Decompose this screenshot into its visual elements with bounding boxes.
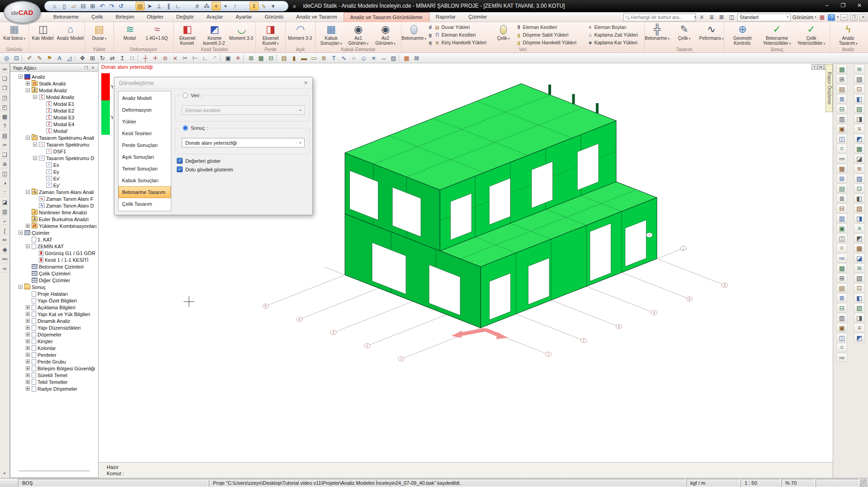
quick-access-icon[interactable]: ✛ [212,2,221,10]
right-toolbar-icon[interactable]: ▤ [836,84,847,94]
ribbon-tab[interactable]: Araçlar [200,12,229,22]
ribbon-button[interactable]: ⊕ Geometri Kontrolü [726,23,760,47]
tree-expander-icon[interactable]: - [33,156,37,160]
left-tool-icon[interactable]: ABC [1,255,9,263]
ribbon-button[interactable]: ◡ Moment 3-3 [228,23,255,47]
quick-access-icon[interactable]: ⊥ [155,2,164,10]
quick-access-icon[interactable]: ⁂ [202,2,211,10]
tree-expander-icon[interactable]: - [26,88,30,92]
dialog-list-item[interactable]: Çelik Tasarım [118,198,171,210]
tree-expander-icon[interactable]: + [26,81,30,85]
toolbar-icon[interactable]: ≣ [319,54,329,62]
left-tool-icon[interactable]: ❏ [1,75,9,83]
toolbar-icon[interactable]: ⊢ [190,54,200,62]
tree-item[interactable]: ζ Modal' [10,128,98,134]
ribbon-tab[interactable]: Çizimler [462,12,494,22]
toolbar-icon[interactable]: ⇄ [108,54,117,62]
right-toolbar-icon[interactable]: ≡ [854,323,865,332]
status-unit[interactable]: kgf / m [686,479,740,487]
left-tool-icon[interactable]: ❑ [1,151,9,159]
tree-expander-icon[interactable]: - [26,244,30,248]
quick-access-icon[interactable]: ▱ [69,2,78,10]
right-toolbar-icon[interactable]: ⊡ [854,283,865,293]
left-tool-icon[interactable]: ▦ [1,113,9,121]
tree-expander-icon[interactable]: + [26,387,30,391]
quick-access-icon[interactable] [240,2,249,10]
toolbar-icon[interactable]: ⊟ [266,54,276,62]
ribbon-button[interactable]: ▤ Duvar▾ [86,23,113,47]
grid-settings-icon[interactable]: ▦ [818,14,826,21]
left-tool-icon[interactable]: ? [1,122,9,130]
toolbar-icon[interactable]: ▤ [279,54,289,62]
tree-item[interactable]: - 2 Modal Analiz [10,87,98,94]
chevron-down-icon[interactable]: ▾ [296,141,301,145]
quick-access-icon[interactable]: ⌂ [50,2,59,10]
ribbon-button[interactable]: ◉ As2 Görünen▾ [372,23,399,47]
toolbar-icon[interactable]: A [55,54,64,62]
tree-item[interactable]: Yapı Özet Bilgileri [10,297,98,304]
dialog-list-item[interactable]: Kabuk Sonuçları [118,175,171,186]
toolbar-icon[interactable] [243,55,246,61]
left-tool-icon[interactable]: ◫ [1,170,9,178]
tree-expander-icon[interactable]: - [33,142,37,147]
tree-item[interactable]: Diğer Çizimler [10,277,98,284]
left-tool-icon[interactable]: ◳ [1,94,9,102]
tree-expander-icon[interactable]: + [26,346,30,350]
panel-close-icon[interactable]: ✕ [90,66,96,70]
ribbon-tab[interactable]: Betonarme [47,12,85,22]
ribbon-button-celik-veri[interactable]: Çelik▾ [491,23,516,47]
right-toolbar-icon[interactable]: ⊟ [836,303,847,312]
ribbon-button[interactable]: ✎ Çelik▾ [671,23,698,47]
tree-item[interactable]: + Döşemeler [10,331,98,338]
right-toolbar-icon[interactable]: ▥ [836,213,847,223]
quick-access-icon[interactable]: ⊞ [88,2,97,10]
tree-item[interactable]: - ∩ Tasarım Spektrumu D [10,155,98,161]
toolbar-icon[interactable]: ✳ [233,54,243,62]
search-input[interactable] [631,14,693,20]
right-toolbar-icon[interactable]: ▧ [854,74,865,84]
toolbar-icon[interactable] [220,55,223,61]
tree-item[interactable]: Proje Hataları [10,290,98,297]
right-toolbar-icon[interactable]: ⊟ [836,203,847,213]
toolbar-icon[interactable]: ✂ [180,54,190,62]
right-toolbar-icon[interactable]: ⊞ [836,174,847,183]
right-toolbar-icon[interactable]: ◫ [836,333,847,342]
status-zoom[interactable]: % 70 [781,479,815,487]
tree-item[interactable]: + Birleşim Bölgesi Güvenliği [10,365,98,372]
dialog-checkbox[interactable]: ✓ Dolu gövdeli gösterim [177,166,308,172]
toolbar-icon[interactable]: ✛ [151,54,160,62]
ribbon-small-button[interactable]: g Döşeme Hareketli Yükleri [516,39,588,46]
right-toolbar-icon[interactable]: ≋ [854,64,865,74]
ribbon-tab[interactable]: Çelik [85,12,109,22]
ribbon-button[interactable]: ϟ Analiz Tasarım▾ [835,23,862,47]
toolbar-icon[interactable] [399,55,401,61]
quick-access-icon[interactable]: ∟ [174,2,183,10]
ribbon-small-button[interactable]: q ≣ Kiriş Hareketli Yükleri [428,39,491,46]
quick-access-icon[interactable] [183,2,192,10]
right-toolbar-icon[interactable]: ≔ [836,154,847,163]
toolbar-icon[interactable]: ▦ [256,54,266,62]
ribbon-tab[interactable]: Analiz ve Tasarım Görüntüleme [344,12,429,22]
command-search[interactable]: ▾ [623,14,696,21]
ribbon-button-betonarme-veri[interactable]: Betonarme▾ [401,23,428,47]
left-tool-icon[interactable]: ◉ [1,246,9,254]
dialog-list-item[interactable]: Betonarme Tasarım [118,186,171,198]
toolbar-icon[interactable]: T [329,54,339,62]
tree-expander-icon[interactable]: + [26,312,30,316]
panel-pin-icon[interactable]: ❐ [83,66,89,70]
tree-item[interactable]: ↗ Nonlineer İtme Analizi [10,209,98,216]
tree-item[interactable]: Çelik Çizimleri [10,270,98,277]
left-tool-icon[interactable]: ∵ [1,189,9,197]
tree-expander-icon[interactable]: + [26,339,30,343]
viewport-control-button[interactable]: N [818,64,824,70]
window-minimize-button[interactable]: – [821,1,833,9]
right-toolbar-icon[interactable]: ◩ [854,333,865,342]
right-toolbar-icon[interactable]: ▣ [836,124,847,133]
ribbon-button[interactable]: ≋ Modal [117,23,144,47]
right-toolbar-icon[interactable]: ≋ [854,164,865,173]
quick-access-icon[interactable]: ↶ [98,2,107,10]
toolbar-icon[interactable]: ⊠ [412,54,421,62]
ribbon-small-button[interactable]: g Π Eleman Kesitleri [428,31,491,38]
tree-expander-icon[interactable]: + [26,380,30,384]
toolbar-icon[interactable]: ◜ [210,54,220,62]
